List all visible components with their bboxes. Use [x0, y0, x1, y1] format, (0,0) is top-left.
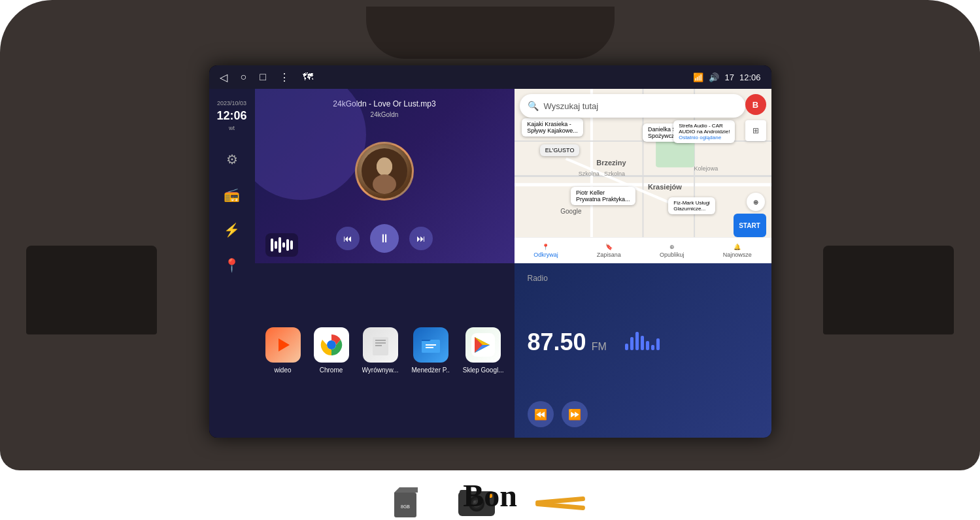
app-sklep[interactable]: Sklep Googl...: [463, 327, 504, 374]
sidebar-datetime: 2023/10/03 12:06 wt: [216, 99, 246, 132]
map-compass[interactable]: ⊕: [747, 193, 765, 211]
bluetooth-icon[interactable]: ⚡: [224, 222, 240, 238]
app-chrome-label: Chrome: [320, 366, 343, 374]
main-content: 24kGoldn - Love Or Lust.mp3 24kGoldn: [255, 89, 771, 438]
apps-row: wideo: [265, 327, 504, 374]
najnowsze-label: Najnowsze: [723, 252, 752, 258]
app-menedzer-icon: [413, 327, 448, 363]
location-icon[interactable]: 📍: [224, 257, 240, 273]
volume-icon: 🔊: [709, 73, 719, 82]
app-wyrownywarka-label: Wyrównyw...: [362, 366, 399, 374]
album-art: [355, 142, 414, 201]
map-avatar-button[interactable]: B: [745, 94, 766, 115]
map-place-kajaki: Kajaki Krasieka -Spływy Kajakowe...: [522, 118, 583, 137]
map-label-krasiejow: Krasiejów: [648, 183, 682, 191]
bottom-text: Bon: [463, 478, 517, 513]
map-layers-button[interactable]: ⊞: [745, 120, 766, 141]
home-button[interactable]: ○: [241, 71, 247, 83]
svg-marker-13: [279, 338, 290, 351]
map-place-elgusto: EL'GUSTO: [540, 144, 580, 156]
zapisana-label: Zapisana: [597, 252, 621, 258]
app-sklep-label: Sklep Googl...: [463, 366, 504, 374]
map-nav-zapisana[interactable]: 🔖 Zapisana: [597, 244, 621, 258]
status-indicators: 📶 🔊 17 12:06: [693, 73, 760, 82]
map-street-szkolna2: Szkolna: [604, 171, 625, 177]
sidebar-date: 2023/10/03: [216, 99, 246, 108]
svg-rect-20: [375, 345, 382, 346]
radio-freq-number: 87.50: [528, 329, 586, 356]
waveform-bars: [271, 237, 293, 253]
car-arch-handle: [366, 7, 615, 59]
map-place-strefa: Strefa Audio - CARAUDIO na Androidzie!Os…: [673, 120, 735, 143]
najnowsze-icon: 🔔: [734, 244, 741, 250]
zapisana-icon: 🔖: [605, 244, 613, 250]
radio-next-button[interactable]: ⏩: [562, 401, 588, 427]
sd-card-shape: 8GB: [393, 487, 418, 520]
radio-controls: ⏪ ⏩: [528, 401, 758, 427]
radio-prev-button[interactable]: ⏪: [528, 401, 554, 427]
nav-buttons: ◁ ○ □ ⋮ 🗺: [220, 71, 313, 84]
map-place-fizmark: Fiz-Mark UsługiGlazurnicze...: [668, 197, 715, 214]
recent-button[interactable]: □: [260, 71, 266, 83]
tools-accessory: [535, 497, 588, 510]
left-sidebar: 2023/10/03 12:06 wt ⚙ 📻 ⚡ 📍: [209, 89, 255, 438]
waveform-area: [265, 233, 298, 257]
wave-bar-5: [646, 341, 649, 350]
play-icon: [273, 335, 293, 355]
map-container[interactable]: 🔍 Wyszukaj tutaj B ⊞ ⊕ Kajaki Krasieka -…: [515, 89, 771, 263]
wave-bar-2: [630, 337, 634, 350]
svg-rect-19: [375, 342, 386, 344]
wave-bar-6: [651, 345, 654, 350]
map-nav-najnowsze[interactable]: 🔔 Najnowsze: [723, 244, 752, 258]
svg-rect-27: [394, 493, 399, 498]
settings-icon[interactable]: ⚙: [226, 152, 238, 167]
apps-grid: wideo: [255, 263, 515, 438]
svg-rect-24: [426, 347, 433, 348]
svg-rect-23: [426, 344, 436, 346]
waveform-bar-4: [282, 242, 285, 248]
radio-frequency: 87.50 FM: [528, 329, 758, 356]
chrome-icon-svg: [320, 333, 343, 357]
opublikuj-label: Opublikuj: [660, 252, 684, 258]
waveform-bar-3: [279, 237, 281, 253]
svg-rect-28: [402, 493, 406, 498]
album-art-image: [357, 144, 412, 199]
screen: ◁ ○ □ ⋮ 🗺 📶 🔊 17 12:06 2023/10/03 12:06 …: [209, 65, 771, 438]
svg-text:8GB: 8GB: [400, 504, 409, 509]
map-label-google: Google: [560, 208, 581, 215]
sidebar-day: wt: [216, 124, 246, 133]
map-nav-opublikuj[interactable]: ⊕ Opublikuj: [660, 244, 684, 258]
gps-button[interactable]: 🗺: [303, 71, 313, 83]
waveform-bar-1: [271, 238, 273, 252]
music-title: 24kGoldn - Love Or Lust.mp3 24kGoldn: [333, 99, 435, 118]
left-vent-lower: [26, 302, 157, 334]
app-chrome-icon: [314, 327, 349, 363]
odkrywaj-label: Odkrywaj: [533, 252, 558, 258]
prev-button[interactable]: ⏮: [336, 227, 360, 250]
wave-bar-3: [635, 332, 639, 350]
menu-button[interactable]: ⋮: [279, 71, 290, 84]
opublikuj-icon: ⊕: [669, 244, 675, 250]
next-button[interactable]: ⏭: [409, 227, 433, 250]
play-pause-button[interactable]: ⏸: [370, 224, 399, 253]
map-nav-odkrywaj[interactable]: 📍 Odkrywaj: [533, 244, 558, 258]
sidebar-time: 12:06: [216, 108, 246, 124]
sd-card-accessory: 8GB: [393, 487, 418, 520]
app-wideo-icon: [265, 327, 301, 363]
svg-point-16: [328, 342, 335, 348]
app-wyrownywarka[interactable]: Wyrównyw...: [362, 327, 399, 374]
map-place-keller: Piotr KellerPrywatna Praktyka...: [571, 187, 635, 205]
map-search-bar[interactable]: 🔍 Wyszukaj tutaj: [520, 94, 745, 118]
pry-tools: [535, 497, 588, 510]
app-wideo[interactable]: wideo: [265, 327, 301, 374]
map-start-button[interactable]: START: [734, 214, 766, 237]
back-button[interactable]: ◁: [220, 71, 228, 84]
sd-card-icon: 8GB: [393, 487, 418, 520]
radio-icon[interactable]: 📻: [224, 187, 240, 203]
play-store-icon: [471, 333, 495, 357]
odkrywaj-icon: 📍: [542, 244, 549, 250]
map-street-kolejowa: Kolejowa: [694, 165, 718, 172]
wave-bar-1: [625, 344, 628, 350]
app-menedzer[interactable]: Menedżer P..: [412, 327, 450, 374]
app-chrome[interactable]: Chrome: [314, 327, 349, 374]
